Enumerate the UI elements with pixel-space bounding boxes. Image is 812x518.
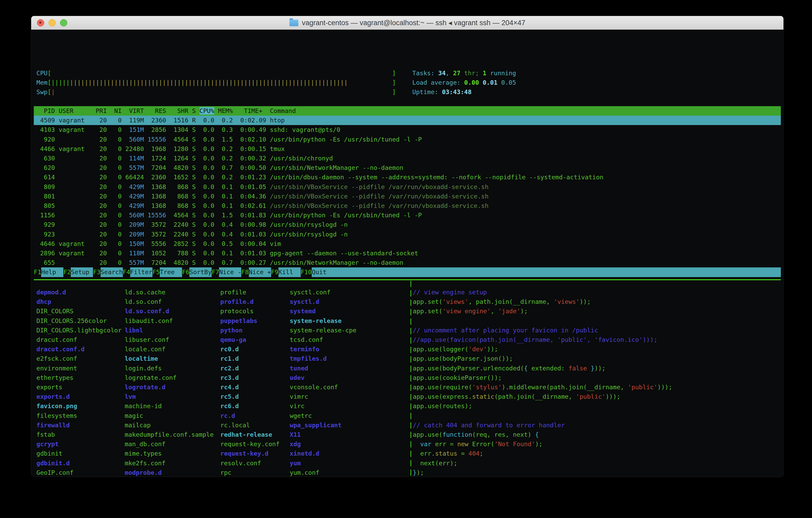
file-entry: rc4.d <box>220 382 239 392</box>
file-entry: login.defs <box>125 363 162 373</box>
fkey-f10[interactable]: F10 <box>301 267 312 277</box>
file-entry: libaudit.conf <box>125 316 173 326</box>
fkey-label-f4[interactable]: Filter <box>130 267 152 277</box>
file-entry: tcsd.conf <box>290 335 323 345</box>
process-row[interactable]: 801 20 0 429M 1368 868 S 0.0 0.1 0:04.36… <box>34 192 781 201</box>
file-entry: yum.conf <box>290 468 319 477</box>
fkey-label-f8[interactable]: Nice + <box>249 267 271 277</box>
file-entry: rc3.d <box>220 373 239 382</box>
file-entry: terminfo <box>290 345 319 354</box>
process-row[interactable]: 620 20 0 557M 7204 4820 S 0.0 0.7 0:00.5… <box>34 163 781 172</box>
file-entry: udev <box>290 373 304 382</box>
fkey-label-f7[interactable]: Nice - <box>219 267 241 277</box>
file-entry: makedumpfile.conf.sample <box>125 430 214 439</box>
file-entry: rc5.d <box>220 392 239 401</box>
file-entry: wgetrc <box>290 411 312 420</box>
process-row[interactable]: 929 20 0 209M 3572 2240 S 0.0 0.4 0:00.9… <box>34 220 781 229</box>
terminal-screen[interactable]: CPU[ ]Tasks: 34, 27 thr; 1 runningMem[||… <box>31 30 783 477</box>
file-entry: e2fsck.conf <box>36 354 77 363</box>
process-row[interactable]: 923 20 0 209M 3572 2240 S 0.0 0.4 0:01.0… <box>34 229 781 239</box>
process-row[interactable]: 630 20 0 114M 1724 1264 S 0.0 0.2 0:00.3… <box>34 154 781 163</box>
htop-meter-cpu: CPU[ ]Tasks: 34, 27 thr; 1 running <box>36 69 396 78</box>
file-entry: logrotate.d <box>125 382 166 392</box>
tmux-vertical-divider <box>410 281 411 477</box>
file-entry: dhcp <box>36 297 51 306</box>
file-entry: locale.conf <box>125 345 166 354</box>
process-row[interactable]: 4509 vagrant 20 0 119M 2360 1516 R 0.0 0… <box>34 116 781 125</box>
file-entry: favicon.png <box>36 401 77 411</box>
htop-meter-swp: Swp[| ]Uptime: 03:43:48 <box>36 87 396 97</box>
file-entry: xinetd.d <box>290 449 319 458</box>
process-row[interactable]: 4646 vagrant 20 0 150M 5556 2852 S 0.0 0… <box>34 239 781 248</box>
zoom-button[interactable] <box>60 19 67 26</box>
file-entry: libuser.conf <box>125 335 169 345</box>
process-row[interactable]: 1156 20 0 560M 15556 4564 S 0.0 1.5 0:01… <box>34 211 781 220</box>
process-row[interactable]: 920 20 0 560M 15556 4564 S 0.0 1.5 0:02.… <box>34 135 781 144</box>
fkey-f5[interactable]: F5 <box>152 267 160 277</box>
file-entry: dracut.conf <box>36 335 77 345</box>
file-entry: resolv.conf <box>220 459 261 468</box>
process-row[interactable]: 614 20 0 66424 2360 1652 S 0.0 0.2 0:01.… <box>34 172 781 182</box>
fkey-label-f5[interactable]: Tree <box>160 267 182 277</box>
fkey-f2[interactable]: F2 <box>63 267 71 277</box>
file-entry: ethertypes <box>36 373 73 382</box>
file-entry: rpc <box>220 468 231 477</box>
htop-table-header[interactable]: PID USER PRI NI VIRT RES SHR S CPU% MEM%… <box>34 106 781 116</box>
sort-column-cpu: CPU% <box>200 107 214 114</box>
file-entry: magic <box>125 411 143 420</box>
fkey-f9[interactable]: F9 <box>271 267 279 277</box>
file-entry: X11 <box>290 430 301 439</box>
fkey-label-f2[interactable]: Setup <box>71 267 93 277</box>
window-titlebar[interactable]: vagrant-centos — vagrant@localhost:~ — s… <box>31 16 783 30</box>
file-entry: python <box>220 326 242 335</box>
file-entry: gdbinit.d <box>36 459 70 468</box>
fkey-label-f3[interactable]: Search <box>100 267 123 277</box>
file-entry: puppetlabs <box>220 316 257 326</box>
desktop: { "window": { "title": "vagrant-centos —… <box>0 0 812 518</box>
file-entry: sysctl.d <box>290 297 319 306</box>
fkey-label-f6[interactable]: SortBy <box>190 267 212 277</box>
process-row[interactable]: 4466 vagrant 20 0 22480 1968 1280 S 0.0 … <box>34 144 781 154</box>
file-entry: environment <box>36 363 77 373</box>
file-entry: redhat-release <box>220 430 272 439</box>
file-entry: rc.local <box>220 420 250 430</box>
fkey-f3[interactable]: F3 <box>93 267 100 277</box>
file-entry: wpa_supplicant <box>290 420 342 430</box>
fkey-f4[interactable]: F4 <box>123 267 130 277</box>
fkey-label-f9[interactable]: Kill <box>279 267 301 277</box>
process-row[interactable]: 805 20 0 429M 1368 868 S 0.0 0.1 0:02.61… <box>34 201 781 211</box>
file-entry: vimrc <box>290 392 308 401</box>
file-entry: exports.d <box>36 392 70 401</box>
fkey-f6[interactable]: F6 <box>182 267 190 277</box>
file-entry: depmod.d <box>36 288 66 297</box>
file-entry: fstab <box>36 430 55 439</box>
file-entry: mime.types <box>125 449 162 458</box>
process-row[interactable]: 2896 vagrant 20 0 118M 1052 788 S 0.0 0.… <box>34 248 781 258</box>
file-entry: mailcap <box>125 420 151 430</box>
file-entry: system-release-cpe <box>290 326 356 335</box>
file-entry: request-key.conf <box>220 439 280 449</box>
file-entry: gdbinit <box>36 449 62 458</box>
process-row[interactable]: 655 20 0 557M 7204 4820 S 0.0 0.7 0:00.2… <box>34 258 781 267</box>
file-entry: machine-id <box>125 401 162 411</box>
file-entry: profile.d <box>220 297 254 306</box>
fkey-f1[interactable]: F1 <box>34 267 41 277</box>
file-entry: ld.so.cache <box>125 288 166 297</box>
fkey-f7[interactable]: F7 <box>212 267 219 277</box>
fkey-label-f1[interactable]: Help <box>41 267 63 277</box>
file-entry: rc1.d <box>220 354 239 363</box>
file-entry: libnl <box>125 326 143 335</box>
process-row[interactable]: 809 20 0 429M 1368 868 S 0.0 0.1 0:01.05… <box>34 182 781 192</box>
file-entry: rc6.d <box>220 401 239 411</box>
fkey-f8[interactable]: F8 <box>241 267 249 277</box>
file-entry: DIR_COLORS.lightbgcolor <box>36 326 121 335</box>
minimize-button[interactable] <box>49 19 56 26</box>
file-entry: ld.so.conf <box>125 297 162 306</box>
file-entry: mke2fs.conf <box>125 459 166 468</box>
close-button[interactable] <box>37 19 44 26</box>
file-entry: qemu-ga <box>220 335 246 345</box>
tmux-horizontal-divider <box>34 279 781 280</box>
fkey-label-f10[interactable]: Quit <box>312 267 334 277</box>
process-row[interactable]: 4103 vagrant 20 0 151M 2856 1304 S 0.0 0… <box>34 125 781 135</box>
file-entry: rc0.d <box>220 345 239 354</box>
